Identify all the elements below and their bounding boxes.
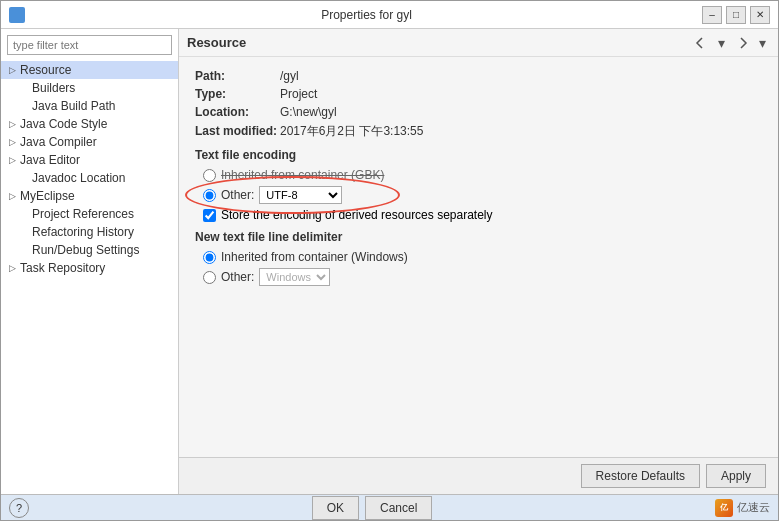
- expand-arrow-resource: ▷: [7, 65, 17, 75]
- properties-content: Path: /gyl Type: Project Location: G:\ne…: [179, 57, 778, 457]
- expand-arrow: ▷: [7, 155, 17, 165]
- location-value: G:\new\gyl: [280, 105, 337, 119]
- inherited-delimiter-row: Inherited from container (Windows): [203, 250, 762, 264]
- inherited-encoding-row: Inherited from container (GBK): [203, 168, 762, 182]
- sidebar-item-refactoring-history[interactable]: Refactoring History: [1, 223, 178, 241]
- sidebar-item-label: Javadoc Location: [32, 171, 125, 185]
- sidebar-item-java-editor[interactable]: ▷ Java Editor: [1, 151, 178, 169]
- sidebar-item-javadoc-location[interactable]: Javadoc Location: [1, 169, 178, 187]
- nav-back-button[interactable]: [690, 34, 712, 52]
- sidebar-item-label: Project References: [32, 207, 134, 221]
- nav-forward-button[interactable]: [731, 34, 753, 52]
- title-bar: Properties for gyl – □ ✕: [1, 1, 778, 29]
- other-delimiter-label: Other:: [221, 270, 254, 284]
- sidebar-item-project-references[interactable]: Project References: [1, 205, 178, 223]
- other-encoding-row: Other: UTF-8 UTF-16 ISO-8859-1 GBK GB231…: [203, 186, 342, 204]
- type-label: Type:: [195, 87, 280, 101]
- brand-logo: 亿: [715, 499, 733, 517]
- encoding-section-title: Text file encoding: [195, 148, 762, 162]
- inherited-encoding-label: Inherited from container (GBK): [221, 168, 384, 182]
- sidebar-item-resource[interactable]: ▷ Resource: [1, 61, 178, 79]
- sidebar-item-label: Java Code Style: [20, 117, 107, 131]
- main-toolbar: Resource ▾ ▾: [179, 29, 778, 57]
- apply-button[interactable]: Apply: [706, 464, 766, 488]
- brand-area: 亿 亿速云: [715, 499, 770, 517]
- sidebar-item-java-build-path[interactable]: Java Build Path: [1, 97, 178, 115]
- sidebar: ▷ Resource Builders Java Build Path ▷ Ja…: [1, 29, 179, 494]
- expand-arrow: ▷: [7, 191, 17, 201]
- other-encoding-container: Other: UTF-8 UTF-16 ISO-8859-1 GBK GB231…: [203, 186, 342, 204]
- sidebar-item-label: Resource: [20, 63, 71, 77]
- sidebar-item-task-repository[interactable]: ▷ Task Repository: [1, 259, 178, 277]
- sidebar-item-java-code-style[interactable]: ▷ Java Code Style: [1, 115, 178, 133]
- last-modified-label: Last modified:: [195, 124, 280, 138]
- line-delimiter-radio-group: Inherited from container (Windows) Other…: [203, 250, 762, 286]
- expand-arrow: ▷: [7, 263, 17, 273]
- ok-button[interactable]: OK: [312, 496, 359, 520]
- help-button[interactable]: ?: [9, 498, 29, 518]
- store-encoding-label: Store the encoding of derived resources …: [221, 208, 493, 222]
- minimize-button[interactable]: –: [702, 6, 722, 24]
- filter-input[interactable]: [7, 35, 172, 55]
- inherited-delimiter-radio[interactable]: [203, 251, 216, 264]
- nav-dropdown-button[interactable]: ▾: [714, 33, 729, 53]
- other-encoding-radio[interactable]: [203, 189, 216, 202]
- sidebar-item-myeclipse[interactable]: ▷ MyEclipse: [1, 187, 178, 205]
- brand-label: 亿速云: [737, 500, 770, 515]
- store-encoding-checkbox[interactable]: [203, 209, 216, 222]
- last-modified-value: 2017年6月2日 下午3:13:55: [280, 123, 423, 140]
- encoding-radio-group: Inherited from container (GBK) Other: UT…: [203, 168, 762, 208]
- path-value: /gyl: [280, 69, 299, 83]
- cancel-button[interactable]: Cancel: [365, 496, 432, 520]
- sidebar-item-label: MyEclipse: [20, 189, 75, 203]
- other-delimiter-radio[interactable]: [203, 271, 216, 284]
- footer: ? OK Cancel 亿 亿速云: [1, 494, 778, 520]
- sidebar-item-label: Java Editor: [20, 153, 80, 167]
- inherited-delimiter-label: Inherited from container (Windows): [221, 250, 408, 264]
- expand-arrow: ▷: [7, 137, 17, 147]
- properties-window: Properties for gyl – □ ✕ ▷ Resource Buil…: [0, 0, 779, 521]
- store-checkbox-row: Store the encoding of derived resources …: [203, 208, 762, 222]
- inherited-encoding-radio[interactable]: [203, 169, 216, 182]
- location-label: Location:: [195, 105, 280, 119]
- forward-icon: [735, 36, 749, 50]
- other-delimiter-row: Other: Windows Unix Mac: [203, 268, 762, 286]
- restore-defaults-button[interactable]: Restore Defaults: [581, 464, 700, 488]
- sidebar-item-label: Run/Debug Settings: [32, 243, 139, 257]
- sidebar-item-java-compiler[interactable]: ▷ Java Compiler: [1, 133, 178, 151]
- nav-buttons: ▾ ▾: [690, 33, 770, 53]
- back-icon: [694, 36, 708, 50]
- sidebar-item-label: Builders: [32, 81, 75, 95]
- sidebar-item-label: Java Compiler: [20, 135, 97, 149]
- sidebar-item-builders[interactable]: Builders: [1, 79, 178, 97]
- path-label: Path:: [195, 69, 280, 83]
- ok-cancel-buttons: OK Cancel: [312, 496, 433, 520]
- window-title: Properties for gyl: [31, 8, 702, 22]
- delimiter-select[interactable]: Windows Unix Mac: [259, 268, 330, 286]
- encoding-select[interactable]: UTF-8 UTF-16 ISO-8859-1 GBK GB2312: [259, 186, 342, 204]
- line-delimiter-section-title: New text file line delimiter: [195, 230, 762, 244]
- expand-arrow: ▷: [7, 119, 17, 129]
- tree-view: ▷ Resource Builders Java Build Path ▷ Ja…: [1, 59, 178, 494]
- sidebar-item-label: Refactoring History: [32, 225, 134, 239]
- app-icon: [9, 7, 25, 23]
- close-button[interactable]: ✕: [750, 6, 770, 24]
- sidebar-item-label: Task Repository: [20, 261, 105, 275]
- sidebar-item-label: Java Build Path: [32, 99, 115, 113]
- type-value: Project: [280, 87, 317, 101]
- path-row: Path: /gyl: [195, 69, 762, 83]
- main-panel: Resource ▾ ▾ Path: /gyl: [179, 29, 778, 494]
- type-row: Type: Project: [195, 87, 762, 101]
- nav-forward-dropdown-button[interactable]: ▾: [755, 33, 770, 53]
- other-encoding-label: Other:: [221, 188, 254, 202]
- window-controls: – □ ✕: [702, 6, 770, 24]
- sidebar-item-run-debug-settings[interactable]: Run/Debug Settings: [1, 241, 178, 259]
- location-row: Location: G:\new\gyl: [195, 105, 762, 119]
- maximize-button[interactable]: □: [726, 6, 746, 24]
- bottom-bar: Restore Defaults Apply: [179, 457, 778, 494]
- panel-title: Resource: [187, 35, 246, 50]
- content-area: ▷ Resource Builders Java Build Path ▷ Ja…: [1, 29, 778, 494]
- last-modified-row: Last modified: 2017年6月2日 下午3:13:55: [195, 123, 762, 140]
